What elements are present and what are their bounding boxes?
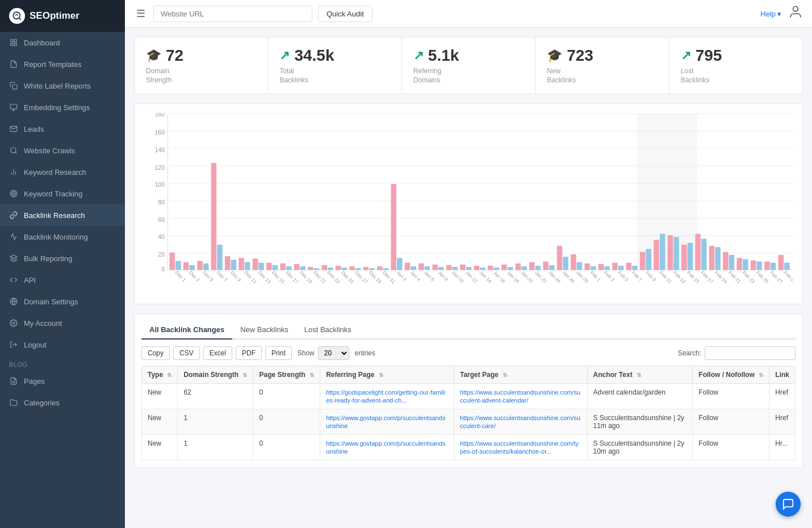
table-row: New 1 0 https://www.govtapp.com/p/succul… (142, 435, 796, 460)
copy-button[interactable]: Copy (141, 346, 170, 360)
svg-point-25 (793, 6, 798, 11)
sidebar-item-pages[interactable]: Pages (0, 370, 125, 392)
col-page-strength[interactable]: Page Strength ⇅ (253, 366, 320, 384)
search-input[interactable] (705, 346, 796, 360)
svg-text:Dec 17: Dec 17 (285, 270, 300, 284)
tab-all-backlink-changes[interactable]: All Backlink Changes (141, 321, 232, 340)
svg-point-0 (13, 12, 20, 19)
sidebar-item-keyword-research[interactable]: Keyword Research (0, 161, 125, 183)
sidebar-item-embedding[interactable]: Embedding Settings (0, 97, 125, 118)
sidebar-item-keyword-tracking[interactable]: Keyword Tracking (0, 183, 125, 204)
sidebar-item-my-account[interactable]: My Account (0, 312, 125, 334)
sidebar-item-domain-settings[interactable]: Domain Settings (0, 291, 125, 312)
svg-rect-4 (11, 43, 13, 45)
svg-text:Jan 12: Jan 12 (464, 270, 479, 284)
csv-button[interactable]: CSV (173, 346, 200, 360)
svg-text:20: 20 (158, 251, 165, 258)
sidebar-item-leads[interactable]: Leads (0, 118, 125, 140)
svg-rect-127 (715, 247, 721, 270)
sidebar-item-white-label[interactable]: White Label Reports (0, 75, 125, 97)
chart-container: 180 160 140 120 100 80 60 40 20 0 (134, 103, 803, 304)
svg-rect-56 (231, 260, 237, 270)
row2-type: New (142, 409, 178, 435)
svg-rect-105 (571, 254, 576, 270)
svg-rect-85 (432, 265, 438, 270)
sidebar-label-embedding: Embedding Settings (24, 103, 90, 112)
svg-rect-87 (446, 265, 452, 270)
referring-domains-icon: ↗ (413, 48, 424, 63)
sidebar-item-backlink-research[interactable]: Backlink Research (0, 204, 125, 226)
row1-target-page[interactable]: https://www.succulentsandsunshine.com/su… (454, 384, 587, 409)
quick-audit-button[interactable]: Quick Audit (318, 6, 372, 22)
row2-referring-page[interactable]: https://www.govtapp.com/p/succulentsands… (320, 409, 454, 435)
col-domain-strength[interactable]: Domain Strength ⇅ (178, 366, 253, 384)
sidebar-item-website-crawls[interactable]: Website Crawls (0, 140, 125, 161)
svg-rect-119 (660, 234, 665, 270)
sidebar-label-my-account: My Account (24, 319, 62, 328)
excel-button[interactable]: Excel (203, 346, 232, 360)
svg-rect-65 (294, 264, 300, 270)
row2-domain-strength: 1 (178, 409, 253, 435)
sidebar-item-categories[interactable]: Categories (0, 392, 125, 413)
tab-new-backlinks[interactable]: New Backlinks (232, 321, 296, 340)
row3-domain-strength: 1 (178, 435, 253, 460)
user-icon[interactable] (788, 5, 803, 23)
sidebar-item-bulk-reporting[interactable]: Bulk Reporting (0, 248, 125, 269)
tab-lost-backlinks[interactable]: Lost Backlinks (296, 321, 359, 340)
svg-rect-104 (563, 257, 568, 270)
svg-text:Feb 7: Feb 7 (631, 270, 644, 283)
sidebar-item-logout[interactable]: Logout (0, 334, 125, 355)
sidebar-item-report-templates[interactable]: Report Templates (0, 53, 125, 75)
svg-line-1 (19, 18, 20, 19)
sidebar-label-categories: Categories (24, 399, 60, 407)
pdf-button[interactable]: PDF (236, 346, 262, 360)
row1-referring-page[interactable]: https://godspacelight.com/getting-our-fa… (320, 384, 454, 409)
col-follow[interactable]: Follow / Nofollow ⇅ (693, 366, 769, 384)
sidebar-label-bulk-reporting: Bulk Reporting (24, 254, 72, 263)
row3-target-page[interactable]: https://www.succulentsandsunshine.com/ty… (454, 435, 587, 460)
row3-type: New (142, 435, 178, 460)
svg-text:Feb 21: Feb 21 (727, 270, 742, 284)
sidebar-item-dashboard[interactable]: Dashboard (0, 32, 125, 53)
col-target-page[interactable]: Target Page ⇅ (454, 366, 587, 384)
col-type[interactable]: Type ⇅ (142, 366, 178, 384)
chat-bubble[interactable] (776, 492, 801, 517)
sidebar-label-logout: Logout (24, 341, 47, 349)
svg-rect-7 (10, 104, 17, 109)
sidebar-item-api[interactable]: API (0, 269, 125, 291)
url-input[interactable] (153, 6, 312, 22)
new-backlinks-value: 723 (567, 47, 593, 65)
domain-strength-value: 72 (166, 47, 183, 65)
svg-text:Jan 26: Jan 26 (562, 270, 576, 284)
sidebar-label-api: API (24, 276, 36, 284)
sidebar-item-backlink-monitoring[interactable]: Backlink Monitoring (0, 226, 125, 248)
svg-marker-18 (10, 255, 17, 258)
sidebar-label-website-crawls: Website Crawls (24, 146, 75, 155)
table-section: All Backlink Changes New Backlinks Lost … (134, 313, 803, 468)
help-button[interactable]: Help ▾ (760, 10, 781, 18)
col-link[interactable]: Link (769, 366, 796, 384)
menu-button[interactable]: ☰ (134, 5, 148, 22)
svg-rect-132 (751, 261, 756, 270)
svg-rect-83 (418, 263, 424, 270)
row1-page-strength: 0 (253, 384, 320, 409)
row3-referring-page[interactable]: https://www.govtapp.com/p/succulentsands… (320, 435, 454, 460)
search-label: Search: (678, 349, 701, 357)
entries-select[interactable]: 20 50 100 (318, 346, 349, 360)
svg-text:Jan 24: Jan 24 (547, 270, 562, 284)
svg-text:100: 100 (154, 182, 165, 188)
col-anchor-text[interactable]: Anchor Text ⇅ (587, 366, 693, 384)
total-backlinks-label: TotalBacklinks (279, 67, 390, 85)
svg-point-17 (13, 193, 14, 194)
svg-rect-120 (668, 235, 673, 270)
svg-text:Jan 16: Jan 16 (492, 270, 507, 284)
svg-text:Feb 27: Feb 27 (769, 270, 784, 284)
entries-label: entries (355, 349, 375, 357)
col-referring-page[interactable]: Referring Page ⇅ (320, 366, 454, 384)
print-button[interactable]: Print (265, 346, 292, 360)
svg-rect-69 (322, 265, 328, 270)
row2-target-page[interactable]: https://www.succulentsandsunshine.com/su… (454, 409, 587, 435)
svg-text:Feb 5: Feb 5 (617, 270, 630, 283)
svg-text:160: 160 (154, 129, 165, 136)
blog-section-label: Blog (0, 355, 125, 370)
